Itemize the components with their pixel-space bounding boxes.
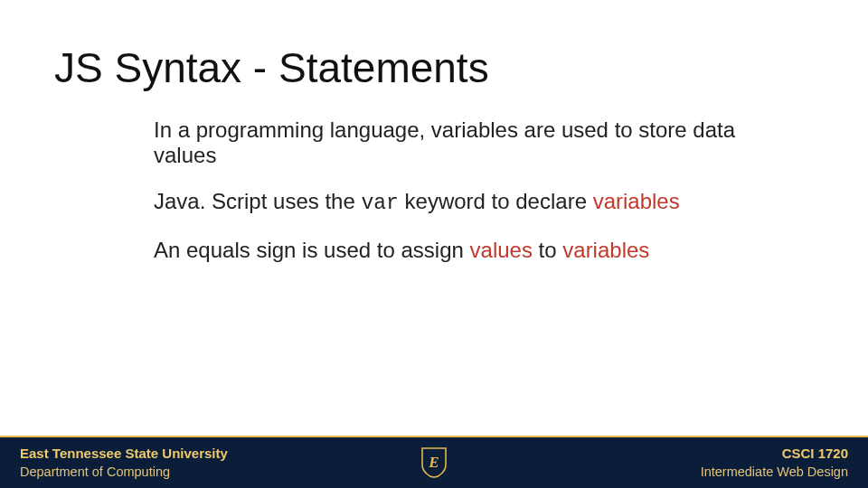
p2-text-pre: Java. Script uses the — [154, 189, 361, 213]
footer-left: East Tennessee State University Departme… — [0, 446, 409, 481]
p3-red-values: values — [470, 238, 533, 262]
footer-crest: E — [409, 446, 459, 479]
p2-text-mid: keyword to declare — [399, 189, 593, 213]
slide-body: In a programming language, variables are… — [154, 117, 787, 284]
var-keyword-code: var — [361, 192, 398, 215]
footer-course-code: CSCI 1720 — [459, 446, 848, 463]
shield-icon: E — [420, 446, 448, 479]
footer-right: CSCI 1720 Intermediate Web Design — [459, 446, 868, 481]
p3-red-variables: variables — [562, 238, 649, 262]
footer-course-name: Intermediate Web Design — [459, 464, 848, 480]
crest-letter: E — [428, 454, 439, 471]
paragraph-3: An equals sign is used to assign values … — [154, 238, 787, 263]
slide-title: JS Syntax - Statements — [54, 43, 489, 92]
footer-university: East Tennessee State University — [20, 446, 409, 463]
paragraph-2: Java. Script uses the var keyword to dec… — [154, 189, 787, 215]
slide: JS Syntax - Statements In a programming … — [0, 0, 868, 488]
footer-department: Department of Computing — [20, 464, 409, 480]
p3-text-mid: to — [533, 238, 562, 262]
paragraph-1: In a programming language, variables are… — [154, 117, 787, 167]
footer-bar: East Tennessee State University Departme… — [0, 437, 868, 488]
p3-text-pre: An equals sign is used to assign — [154, 238, 470, 262]
p2-red-variables: variables — [593, 189, 680, 213]
